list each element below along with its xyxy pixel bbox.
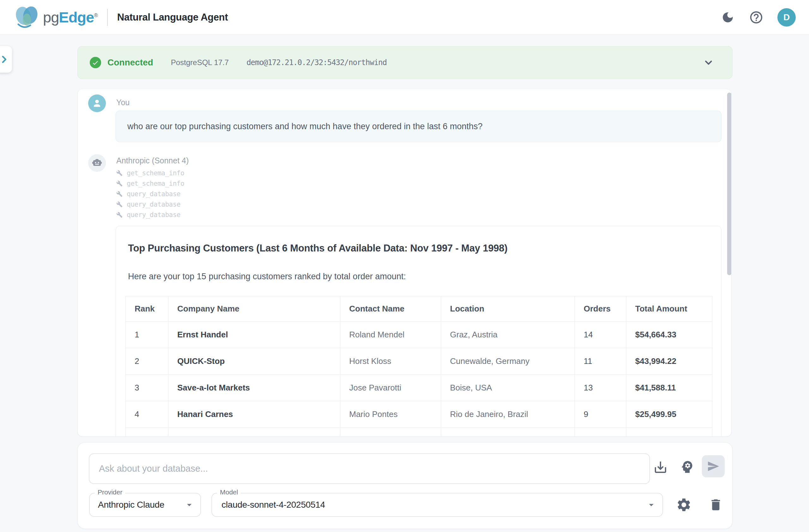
response-title: Top Purchasing Customers (Last 6 Months … [128,243,709,254]
person-icon [92,98,102,109]
clear-chat-button[interactable] [708,498,723,512]
chevron-down-icon[interactable] [703,56,715,69]
gear-icon [676,497,692,513]
provider-value: Anthropic Claude [98,500,164,510]
column-header: Rank [126,296,169,322]
wrench-icon [116,201,123,208]
table-row: 1 Ernst Handel Roland Mendel Graz, Austr… [126,322,712,348]
chat-input[interactable] [89,453,650,484]
model-label: Model [217,489,241,496]
table-row: 3 Save-a-lot Markets Jose Pavarotti Bois… [126,375,712,401]
user-chat-avatar [88,94,106,112]
composer-panel: Provider Anthropic Claude Model claude-s… [78,442,733,529]
table-row: 4 Hanari Carnes Mario Pontes Rio de Jane… [126,401,712,428]
page-title: Natural Language Agent [117,12,228,23]
theme-toggle-button[interactable] [721,11,735,24]
help-icon [749,10,763,25]
pgedge-logo: pgEdge® [13,5,98,29]
assistant-chat-avatar [88,154,106,172]
tool-call-item: get_schema_info [116,178,184,189]
app-header: pgEdge® Natural Language Agent D [0,0,809,35]
chevron-down-icon [646,499,657,510]
download-button[interactable] [653,460,668,475]
connection-server-version: PostgreSQL 17.7 [171,58,229,67]
chevron-right-icon [0,54,10,65]
tool-call-item: query_database [116,210,184,220]
model-value: claude-sonnet-4-20250514 [222,500,325,510]
provider-select[interactable]: Provider Anthropic Claude [89,493,201,517]
tool-call-item: get_schema_info [116,168,184,178]
tool-call-item: query_database [116,199,184,210]
tool-call-list: get_schema_info get_schema_info query_da… [116,168,184,220]
response-intro: Here are your top 15 purchasing customer… [128,272,709,282]
connection-banner[interactable]: Connected PostgreSQL 17.7 demo@172.21.0.… [78,46,733,79]
help-button[interactable] [749,10,763,25]
chevron-down-icon [184,499,195,510]
connection-status: Connected [107,57,153,68]
user-avatar-button[interactable]: D [777,8,796,26]
user-message-text: who are our top purchasing customers and… [127,122,483,131]
provider-label: Provider [95,489,125,496]
wrench-icon [116,170,123,176]
chat-panel: You who are our top purchasing customers… [78,89,731,437]
wrench-icon [116,191,123,197]
pgedge-logo-text: pgEdge® [43,8,98,26]
psychology-icon [679,459,695,475]
column-header: Location [441,296,575,322]
tool-call-item: query_database [116,189,184,199]
trash-icon [708,498,723,512]
send-icon [707,460,720,473]
model-select[interactable]: Model claude-sonnet-4-20250514 [211,493,663,517]
check-circle-icon [90,57,101,68]
send-button[interactable] [702,455,725,477]
table-header-row: Rank Company Name Contact Name Location … [126,296,712,322]
wrench-icon [116,180,123,187]
wrench-icon [116,212,123,218]
sidebar-expand-button[interactable] [0,46,12,73]
header-divider [107,9,108,26]
download-icon [653,460,668,475]
moon-icon [721,11,735,24]
column-header: Orders [575,296,626,322]
column-header: Contact Name [340,296,441,322]
chat-scrollbar-thumb[interactable] [727,92,731,275]
assistant-response-card: Top Purchasing Customers (Last 6 Months … [116,226,721,437]
column-header: Company Name [169,296,340,322]
user-role-label: You [116,98,130,107]
robot-icon [91,157,103,169]
user-message: who are our top purchasing customers and… [116,110,721,142]
assistant-role-label: Anthropic (Sonnet 4) [116,156,189,165]
table-row: 2 QUICK-Stop Horst Kloss Cunewalde, Germ… [126,348,712,375]
customers-table: Rank Company Name Contact Name Location … [125,296,712,437]
connection-dsn: demo@172.21.0.2/32:5432/northwind [246,58,387,67]
ai-settings-button[interactable] [679,459,695,475]
table-row-partial [126,428,712,437]
settings-button[interactable] [676,497,692,513]
pgedge-logo-icon [13,5,41,29]
column-header: Total Amount [626,296,712,322]
